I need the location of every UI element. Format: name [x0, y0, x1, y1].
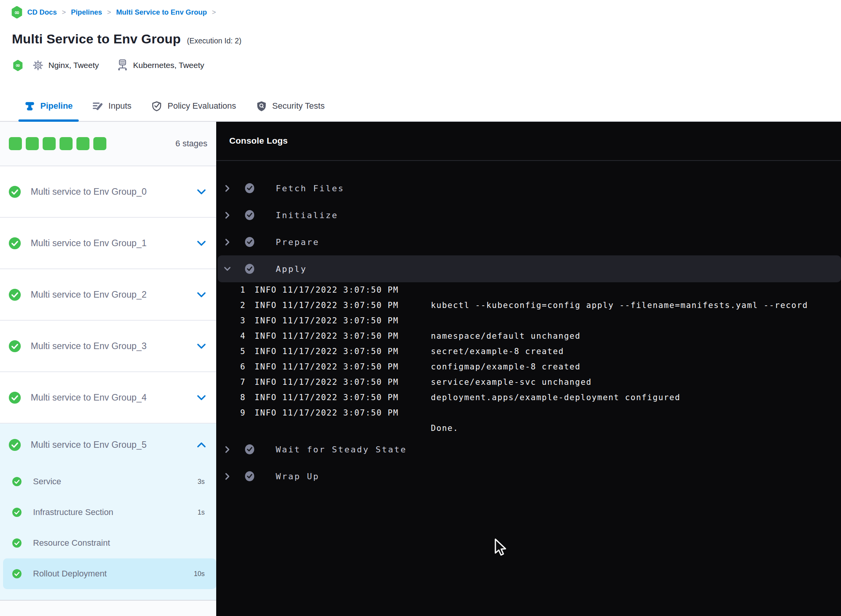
chevron-down-icon[interactable]	[195, 185, 208, 198]
tab-policy-evaluations[interactable]: Policy Evaluations	[151, 91, 236, 121]
page-title: Multi Service to Env Group	[12, 31, 181, 46]
log-level: INFO	[255, 362, 282, 371]
stage-row[interactable]: Multi service to Env Group_1	[0, 218, 216, 269]
log-message: Done.	[431, 424, 459, 433]
log-line-number: 6	[216, 362, 246, 371]
log-timestamp: 11/17/2022 3:07:50 PM	[282, 285, 398, 295]
execution-id: (Execution Id: 2)	[187, 36, 242, 45]
log-line-number: 4	[216, 331, 246, 341]
pipeline-icon	[25, 101, 35, 111]
success-badge-icon	[245, 183, 255, 194]
stage-progress-square	[43, 137, 56, 150]
chevron-right-icon[interactable]	[224, 473, 231, 480]
stage-row[interactable]: Multi service to Env Group_3	[0, 321, 216, 372]
stage-row[interactable]: Multi service to Env Group_0	[0, 166, 216, 218]
log-line: 7 INFO 11/17/2022 3:07:50 PM service/exa…	[216, 374, 841, 390]
breadcrumb-separator: >	[62, 8, 66, 17]
log-timestamp: 11/17/2022 3:07:50 PM	[282, 408, 398, 417]
step-label: Infrastructure Section	[33, 507, 198, 517]
tab-inputs[interactable]: Inputs	[93, 91, 131, 121]
log-level: INFO	[255, 285, 282, 295]
console-step-label: Fetch Files	[276, 184, 344, 193]
tab-security-tests[interactable]: Security Tests	[256, 91, 325, 121]
security-tests-icon	[256, 101, 267, 111]
stage-progress-squares	[9, 137, 106, 150]
chevron-right-icon[interactable]	[224, 446, 231, 453]
log-line: 9 INFO 11/17/2022 3:07:50 PM	[216, 405, 841, 421]
chevron-down-icon[interactable]	[195, 391, 208, 404]
breadcrumb-pipelines[interactable]: Pipelines	[71, 8, 102, 17]
chevron-right-icon[interactable]	[224, 212, 231, 219]
stage-progress-square	[9, 137, 22, 150]
log-line-number: 8	[216, 393, 246, 402]
log-line: 8 INFO 11/17/2022 3:07:50 PM deployment.…	[216, 390, 841, 405]
content: 6 stages Multi service to Env Group_0 Mu…	[0, 122, 841, 616]
services-label[interactable]: Nginx, Tweety	[48, 61, 99, 70]
console-step-apply[interactable]: Apply	[218, 255, 841, 282]
success-check-icon	[9, 439, 21, 451]
log-message: secret/example-8 created	[431, 347, 564, 356]
console-step-initialize[interactable]: Initialize	[216, 202, 841, 229]
stage-progress-square	[26, 137, 39, 150]
chevron-right-icon[interactable]	[224, 185, 231, 192]
chevron-up-icon[interactable]	[195, 439, 208, 452]
chevron-right-icon[interactable]	[224, 238, 231, 246]
success-badge-icon	[245, 210, 255, 220]
chevron-down-icon[interactable]	[195, 288, 208, 301]
success-badge-icon	[245, 263, 255, 274]
console-step-label: Prepare	[276, 237, 320, 247]
console-header: Console Logs	[216, 122, 841, 161]
breadcrumb-cd-docs[interactable]: CD Docs	[27, 8, 57, 17]
success-badge-icon	[245, 444, 255, 455]
gear-icon	[33, 60, 43, 71]
log-message: namespace/default unchanged	[431, 331, 581, 341]
success-check-icon	[12, 477, 22, 486]
log-timestamp: 11/17/2022 3:07:50 PM	[282, 393, 398, 402]
log-line-tail: Done.	[216, 421, 841, 436]
breadcrumb-separator: >	[212, 8, 216, 17]
log-timestamp: 11/17/2022 3:07:50 PM	[282, 316, 398, 325]
log-message: service/example-svc unchanged	[431, 378, 592, 387]
success-badge-icon	[245, 471, 255, 482]
log-line: 1 INFO 11/17/2022 3:07:50 PM	[216, 282, 841, 298]
stage-row[interactable]: Multi service to Env Group_4	[0, 372, 216, 424]
stage-label: Multi service to Env Group_0	[31, 187, 195, 197]
stage-label: Multi service to Env Group_1	[31, 238, 195, 248]
console-step-label: Apply	[276, 264, 307, 274]
success-check-icon	[9, 340, 21, 352]
success-check-icon	[9, 289, 21, 301]
environments-icon	[117, 59, 128, 71]
breadcrumb-pipeline-name[interactable]: Multi Service to Env Group	[116, 8, 207, 17]
success-check-icon	[9, 186, 21, 198]
stage-row-expanded[interactable]: Multi service to Env Group_5	[0, 424, 216, 466]
console-step-label: Initialize	[276, 210, 338, 220]
console-step-wrap-up[interactable]: Wrap Up	[216, 463, 841, 490]
step-row-resource-constraint[interactable]: Resource Constraint	[0, 528, 216, 558]
page-title-row: Multi Service to Env Group (Execution Id…	[12, 31, 242, 46]
console-step-prepare[interactable]: Prepare	[216, 229, 841, 255]
inputs-icon	[93, 101, 103, 111]
environments-label[interactable]: Kubernetes, Tweety	[133, 61, 204, 70]
step-label: Resource Constraint	[33, 538, 205, 548]
console-step-fetch-files[interactable]: Fetch Files	[216, 175, 841, 202]
stage-row[interactable]: Multi service to Env Group_2	[0, 269, 216, 321]
chevron-down-icon[interactable]	[224, 267, 231, 271]
step-label: Service	[33, 477, 198, 487]
tab-bar: Pipeline Inputs Policy Evaluations	[0, 91, 841, 122]
console-step-wait-for-steady-state[interactable]: Wait for Steady State	[216, 436, 841, 463]
step-row-rollout-deployment[interactable]: Rollout Deployment 10s	[3, 558, 216, 589]
step-row-service[interactable]: Service 3s	[0, 466, 216, 497]
log-level: INFO	[255, 378, 282, 387]
stage-progress-square	[76, 137, 89, 150]
step-row-infrastructure[interactable]: Infrastructure Section 1s	[0, 497, 216, 528]
chevron-down-icon[interactable]	[195, 237, 208, 250]
mouse-cursor	[494, 538, 508, 556]
log-level: INFO	[255, 408, 282, 417]
tab-pipeline[interactable]: Pipeline	[25, 91, 73, 121]
log-timestamp: 11/17/2022 3:07:50 PM	[282, 301, 398, 310]
chevron-down-icon[interactable]	[195, 339, 208, 353]
success-check-icon	[9, 237, 21, 249]
log-line: 5 INFO 11/17/2022 3:07:50 PM secret/exam…	[216, 344, 841, 359]
harness-cd-icon	[13, 60, 23, 71]
tab-label: Security Tests	[272, 101, 325, 111]
